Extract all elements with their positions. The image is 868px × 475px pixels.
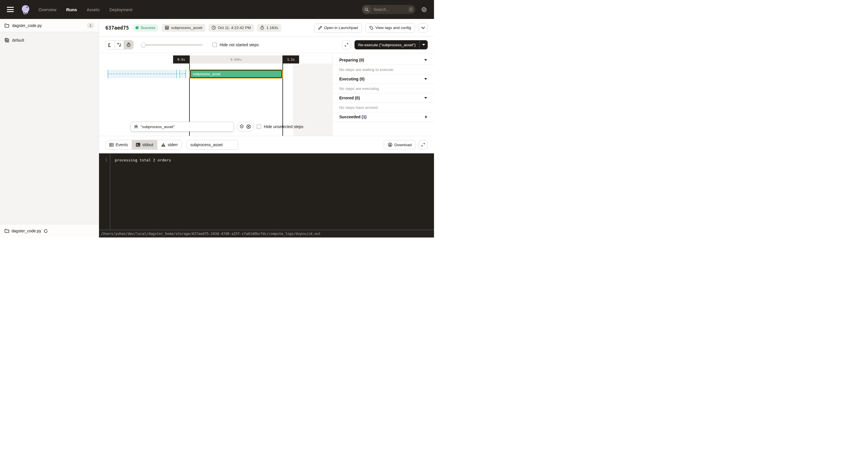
flat-view-icon[interactable] [105,40,115,49]
sidebar-file-label: dagster_code.py [12,23,42,28]
nav-link-deployment[interactable]: Deployment [110,7,132,12]
asset-tag-pill[interactable]: subprocess_asset [162,24,206,32]
folder-icon [5,24,9,28]
hide-not-started-checkbox[interactable]: Hide not started steps [212,42,259,47]
events-icon [110,143,114,147]
gantt-step-bar[interactable]: subprocess_asset [190,70,282,78]
clock-icon [212,26,216,30]
gutter-divider [110,153,110,230]
caret-down-icon [424,97,427,99]
log-line-number: 1 [99,158,110,162]
reexecute-caret-button[interactable] [420,40,428,50]
slider-knob[interactable] [141,42,146,48]
log-line: 1 processing total 2 orders [99,153,434,162]
nav-link-runs[interactable]: Runs [66,7,77,12]
left-sidebar: dagster_code.py 1 default dagster_code.p… [0,19,99,237]
status-dot [135,26,138,29]
download-button[interactable]: Download [384,140,415,149]
panel-empty-executing: No steps are executing [332,84,434,93]
timeline-end-marker: 1.1s [283,55,299,63]
search-shortcut-key: / [408,7,413,12]
timeline-start-marker: 0.5s [173,55,189,63]
caret-down-icon [424,78,427,80]
logs-fullscreen-button[interactable] [418,140,428,149]
step-filter-input-wrap [131,122,234,131]
global-search[interactable]: / [362,5,415,14]
gantt-section: Hide not started steps Re-execute ("subp… [99,37,434,136]
waterfall-dashed-line [107,73,186,74]
sidebar-footer-code-location[interactable]: dagster_code.py [0,224,99,237]
download-icon [388,143,392,147]
layers-icon[interactable] [240,124,244,129]
reload-icon[interactable] [43,229,48,233]
gantt-fullscreen-button[interactable] [342,40,351,50]
panel-section-errored[interactable]: Errored (0) [332,93,434,103]
search-input[interactable] [371,7,408,12]
search-icon [362,5,371,14]
caret-down-icon [424,59,427,61]
chevron-down-icon [422,27,425,29]
menu-icon[interactable] [7,7,14,12]
panel-empty-preparing: No steps are waiting to execute [332,65,434,75]
sidebar-footer-file-label: dagster_code.py [11,229,41,233]
logs-section: Events stdout stderr [99,136,434,237]
log-path-bar: /Users/yuhan/dev/local/dagster_home/stor… [99,230,434,237]
caret-right-icon [425,115,427,118]
nav-links: Overview Runs Assets Deployment [38,7,132,12]
sidebar-job-label: default [12,38,24,42]
log-step-selector[interactable] [187,140,238,150]
run-header: 637aed75 Success subprocess_asset Oct 11… [99,19,434,37]
run-header-more-button[interactable] [418,23,428,32]
edit-icon [318,26,322,30]
sidebar-spacer [0,46,99,224]
hide-unselected-checkbox[interactable]: Hide unselected steps [257,124,303,129]
timer-icon [260,26,265,30]
view-tags-button[interactable]: View tags and config [365,23,415,32]
log-viewer[interactable]: 1 processing total 2 orders [99,153,434,230]
gantt-zoom-slider[interactable] [141,42,203,48]
sidebar-count-badge: 1 [87,23,94,28]
timestamp-pill: Oct 11, 4:22:42 PM [208,24,254,32]
waterfall-view-icon[interactable] [115,40,124,49]
duration-pill: 1.163s [257,24,281,32]
tab-stderr[interactable]: stderr [157,140,182,149]
reexecute-button[interactable]: Re-execute ("subprocess_asset") [354,40,420,50]
reexecute-split-button: Re-execute ("subprocess_asset") [354,40,428,50]
panel-section-succeeded[interactable]: Succeeded (1) [332,112,434,122]
job-icon [165,26,169,30]
step-filter-input[interactable] [141,125,231,129]
log-tabs: Events stdout stderr [105,140,182,150]
checkbox-box[interactable] [212,42,217,47]
nav-link-overview[interactable]: Overview [38,7,57,12]
top-navbar: Overview Runs Assets Deployment / [0,0,434,19]
status-badge: Success [133,24,159,32]
open-launchpad-button[interactable]: Open in Launchpad [314,23,362,32]
step-filter-row: Hide unselected steps [131,122,303,131]
run-id: 637aed75 [105,25,129,31]
nav-link-assets[interactable]: Assets [87,7,100,12]
sidebar-item-code-location[interactable]: dagster_code.py 1 [0,19,99,32]
checkbox-box[interactable] [257,124,261,129]
clear-icon[interactable] [246,124,251,129]
step-states-panel: Preparing (0) No steps are waiting to ex… [332,53,434,136]
gantt-view-mode-segmented [105,40,133,50]
panel-empty-errored: No steps have errored [332,103,434,112]
gantt-chart[interactable]: 0.5s 0.606s 1.1s subprocess_asset [99,53,332,136]
tab-stdout[interactable]: stdout [132,140,157,149]
folder-icon [5,229,9,233]
logs-toolbar: Events stdout stderr [99,136,434,153]
sidebar-item-default-job[interactable]: default [0,34,99,46]
expand-icon [344,43,348,47]
stderr-icon [161,143,166,147]
dagster-logo[interactable] [20,4,31,15]
slider-track [143,44,203,46]
job-icon [5,38,9,42]
gear-icon[interactable] [421,7,427,12]
panel-section-preparing[interactable]: Preparing (0) [332,55,434,65]
timed-view-icon[interactable] [124,40,133,49]
log-line-text: processing total 2 orders [110,158,171,162]
panel-section-executing[interactable]: Executing (0) [332,75,434,84]
timeline-duration-band: 0.606s [189,55,283,63]
tab-events[interactable]: Events [105,140,132,149]
filter-actions-pill [237,122,254,131]
